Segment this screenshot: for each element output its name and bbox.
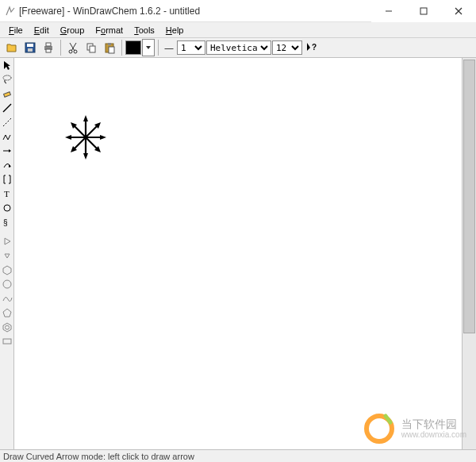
svg-text:§: §	[3, 218, 8, 227]
titlebar: [Freeware] - WinDrawChem 1.6.2 - untitle…	[0, 0, 476, 22]
line-tool[interactable]	[0, 101, 14, 115]
menu-help[interactable]: Help	[160, 24, 190, 37]
drawn-symbol	[62, 114, 109, 161]
menubar: FFileile Edit Group Format Tools Help	[0, 22, 476, 38]
svg-text:T: T	[4, 189, 10, 198]
svg-point-34	[3, 280, 11, 288]
canvas[interactable]	[14, 58, 462, 449]
circle-tool[interactable]	[0, 277, 14, 291]
toolbar: — 1 Helvetica 12 ?	[0, 38, 476, 58]
svg-marker-44	[83, 153, 88, 160]
svg-rect-18	[109, 47, 114, 53]
cut-button[interactable]	[64, 39, 82, 56]
cyclopentane-tool[interactable]	[0, 306, 14, 320]
color-picker[interactable]	[125, 40, 141, 55]
svg-point-12	[69, 50, 72, 53]
ring-tool[interactable]	[0, 201, 14, 215]
svg-marker-43	[83, 115, 88, 121]
menu-tools[interactable]: Tools	[129, 24, 160, 37]
save-button[interactable]	[21, 39, 39, 56]
svg-rect-1	[420, 8, 427, 14]
svg-marker-36	[3, 323, 11, 332]
svg-marker-26	[9, 149, 11, 152]
play-tool[interactable]	[0, 234, 14, 248]
window-title: [Freeware] - WinDrawChem 1.6.2 - untitle…	[19, 6, 371, 17]
lasso-tool[interactable]	[0, 72, 14, 87]
spline-tool[interactable]	[0, 291, 14, 306]
curved-arrow-tool[interactable]	[0, 158, 14, 172]
open-button[interactable]	[3, 39, 21, 56]
svg-point-37	[6, 325, 10, 329]
paste-button[interactable]	[101, 39, 118, 56]
dashed-line-tool[interactable]	[0, 115, 14, 129]
minimize-button[interactable]	[371, 0, 406, 22]
statusbar: Draw Curved Arrow mode: left click to dr…	[0, 449, 476, 462]
close-button[interactable]	[441, 0, 476, 22]
svg-rect-5	[27, 44, 33, 47]
eraser-tool[interactable]	[0, 87, 14, 101]
svg-rect-15	[90, 46, 95, 52]
svg-marker-32	[5, 254, 10, 258]
svg-point-13	[74, 50, 77, 53]
left-toolbox: T§	[0, 58, 14, 449]
arrow-tool[interactable]	[0, 144, 14, 158]
font-select[interactable]: Helvetica	[206, 40, 271, 55]
text-tool[interactable]: T	[0, 187, 14, 201]
svg-marker-31	[5, 238, 10, 244]
svg-line-24	[3, 118, 11, 126]
svg-marker-46	[100, 135, 106, 140]
copy-button[interactable]	[83, 39, 100, 56]
svg-marker-35	[3, 309, 11, 317]
app-icon	[5, 6, 16, 17]
scrollbar-thumb[interactable]	[463, 60, 475, 333]
whats-this-button[interactable]: ?	[303, 39, 321, 56]
benzene-tool[interactable]	[0, 320, 14, 334]
svg-rect-22	[4, 92, 11, 97]
workarea: T§	[0, 58, 476, 449]
symbol-tool[interactable]: §	[0, 215, 14, 229]
vertical-scrollbar[interactable]	[462, 58, 476, 449]
pointer-tool[interactable]	[0, 58, 14, 72]
hexagon-tool[interactable]	[0, 263, 14, 277]
svg-rect-38	[3, 339, 11, 344]
toolbar-separator	[121, 40, 122, 56]
svg-point-21	[3, 75, 11, 80]
svg-marker-33	[3, 266, 11, 275]
status-text: Draw Curved Arrow mode: left click to dr…	[3, 452, 194, 461]
line-preview-icon: —	[162, 43, 176, 52]
svg-rect-6	[28, 48, 33, 52]
svg-marker-19	[146, 46, 151, 49]
color-dropdown[interactable]	[142, 39, 155, 56]
label-tool[interactable]	[0, 334, 14, 348]
down-tool[interactable]	[0, 248, 14, 263]
toolbar-separator	[60, 40, 61, 56]
font-size-select[interactable]: 12	[272, 40, 302, 55]
line-width-select[interactable]: 1	[177, 40, 205, 55]
svg-text:?: ?	[312, 43, 317, 52]
menu-edit[interactable]: Edit	[29, 24, 55, 37]
print-button[interactable]	[40, 39, 57, 56]
toolbar-separator	[158, 40, 159, 56]
svg-line-23	[3, 104, 11, 112]
chain-tool[interactable]	[0, 129, 14, 144]
menu-format[interactable]: Format	[90, 24, 129, 37]
bracket-tool[interactable]	[0, 172, 14, 187]
menu-group[interactable]: Group	[55, 24, 90, 37]
svg-rect-9	[46, 49, 51, 52]
svg-rect-8	[46, 43, 51, 46]
svg-point-29	[4, 205, 10, 211]
svg-marker-45	[65, 135, 71, 140]
svg-rect-17	[108, 43, 111, 45]
maximize-button[interactable]	[406, 0, 441, 22]
menu-file[interactable]: FFileile	[3, 24, 29, 37]
